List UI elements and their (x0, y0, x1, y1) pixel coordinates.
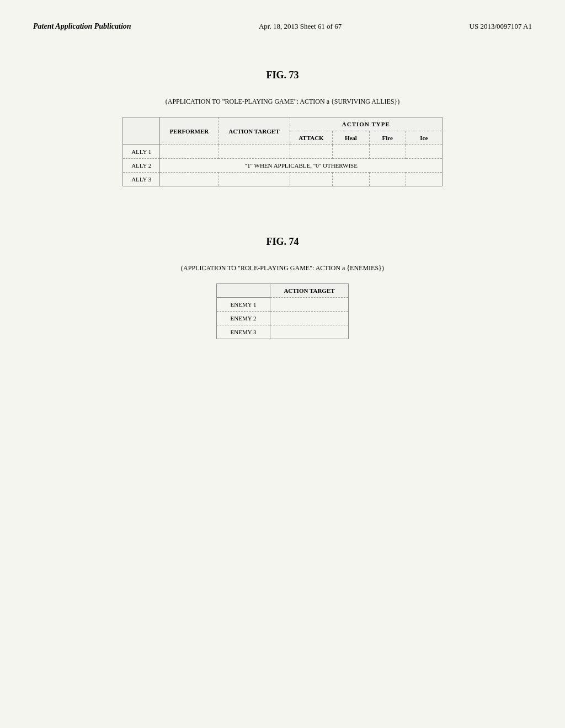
ally3-ice (406, 173, 442, 186)
fig74-table-container: ACTION TARGET ENEMY 1 ENEMY 2 ENEMY 3 (33, 283, 532, 339)
enemy3-label: ENEMY 3 (217, 325, 270, 339)
col-performer-header: PERFORMER (160, 117, 218, 145)
fig74-table: ACTION TARGET ENEMY 1 ENEMY 2 ENEMY 3 (216, 283, 349, 339)
ally2-label: ALLY 2 (123, 159, 160, 173)
col-action-target-header: ACTION TARGET (218, 117, 290, 145)
ally2-note: "1" WHEN APPLICABLE, "0" OTHERWISE (160, 159, 443, 173)
table-row: ENEMY 2 (217, 312, 349, 325)
enemy3-target (270, 325, 348, 339)
ally1-performer (160, 145, 218, 159)
ally1-ice (406, 145, 442, 159)
ally3-fire (369, 173, 406, 186)
enemy1-label: ENEMY 1 (217, 298, 270, 312)
page: Patent Application Publication Apr. 18, … (0, 0, 565, 728)
ally3-heal (333, 173, 369, 186)
ally3-label: ALLY 3 (123, 173, 160, 186)
table-row: ALLY 2 "1" WHEN APPLICABLE, "0" OTHERWIS… (123, 159, 443, 173)
page-header: Patent Application Publication Apr. 18, … (33, 22, 532, 36)
fig74-col-empty-header (217, 284, 270, 298)
ally1-heal (333, 145, 369, 159)
table-row: ALLY 1 (123, 145, 443, 159)
fig73-table-container: PERFORMER ACTION TARGET ACTION TYPE ATTA… (33, 117, 532, 186)
ally3-target (218, 173, 290, 186)
figure-74-section: FIG. 74 (APPLICATION TO "ROLE-PLAYING GA… (33, 236, 532, 339)
ally1-attack (290, 145, 333, 159)
table-row: ALLY 3 (123, 173, 443, 186)
ally3-performer (160, 173, 218, 186)
ally1-label: ALLY 1 (123, 145, 160, 159)
fig74-title: FIG. 74 (33, 236, 532, 248)
fig73-table: PERFORMER ACTION TARGET ACTION TYPE ATTA… (122, 117, 443, 186)
fig74-caption: (APPLICATION TO "ROLE-PLAYING GAME": ACT… (33, 264, 532, 272)
enemy1-target (270, 298, 348, 312)
publication-number: US 2013/0097107 A1 (470, 22, 532, 31)
fig73-title: FIG. 73 (33, 69, 532, 81)
enemy2-label: ENEMY 2 (217, 312, 270, 325)
ally1-target (218, 145, 290, 159)
table-row: ENEMY 3 (217, 325, 349, 339)
ally1-fire (369, 145, 406, 159)
publication-date: Apr. 18, 2013 Sheet 61 of 67 (259, 22, 342, 31)
publication-label: Patent Application Publication (33, 22, 131, 31)
col-ice-header: Ice (406, 131, 442, 145)
col-attack-header: ATTACK (290, 131, 333, 145)
col-heal-header: Heal (333, 131, 369, 145)
table-row: ENEMY 1 (217, 298, 349, 312)
fig73-caption: (APPLICATION TO "ROLE-PLAYING GAME": ACT… (33, 98, 532, 106)
figure-73-section: FIG. 73 (APPLICATION TO "ROLE-PLAYING GA… (33, 69, 532, 186)
col-empty-header (123, 117, 160, 145)
col-action-type-header: ACTION TYPE (290, 117, 442, 131)
ally3-attack (290, 173, 333, 186)
col-fire-header: Fire (369, 131, 406, 145)
fig74-col-action-target-header: ACTION TARGET (270, 284, 348, 298)
enemy2-target (270, 312, 348, 325)
